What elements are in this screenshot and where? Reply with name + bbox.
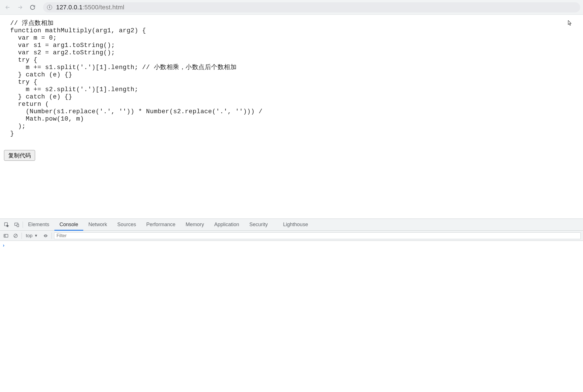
reload-button[interactable] [28, 3, 37, 12]
tab-elements[interactable]: Elements [23, 219, 54, 231]
inspect-element-icon[interactable] [2, 220, 11, 229]
site-info-icon[interactable]: i [47, 5, 52, 10]
page-content: // 浮点数相加 function mathMultiply(arg1, arg… [0, 15, 583, 219]
live-expression-icon[interactable] [42, 232, 49, 239]
context-label: top [26, 233, 33, 239]
device-toggle-icon[interactable] [12, 220, 21, 229]
tab-console[interactable]: Console [54, 219, 83, 231]
url-host: 127.0.0.1 [56, 4, 83, 11]
tab-performance[interactable]: Performance [141, 219, 180, 231]
copy-code-button[interactable]: 复制代码 [4, 150, 35, 161]
tab-network[interactable]: Network [83, 219, 112, 231]
address-bar[interactable]: i 127.0.0.1:5500/test.html [43, 2, 580, 12]
divider [22, 233, 22, 239]
tab-security[interactable]: Security [244, 219, 273, 231]
chevron-down-icon: ▼ [34, 234, 38, 238]
devtools-panel: Elements Console Network Sources Perform… [0, 219, 583, 392]
tab-sources[interactable]: Sources [112, 219, 141, 231]
divider [52, 233, 52, 239]
mouse-cursor-icon [568, 20, 572, 26]
svg-rect-2 [17, 224, 19, 227]
back-button[interactable] [3, 3, 12, 12]
console-body[interactable]: › [0, 241, 583, 392]
code-block: // 浮点数相加 function mathMultiply(arg1, arg… [3, 20, 580, 138]
url-path: /test.html [99, 4, 124, 11]
forward-button[interactable] [15, 3, 25, 12]
clear-console-icon[interactable] [12, 232, 19, 239]
console-prompt-icon: › [3, 243, 5, 248]
url-text: 127.0.0.1:5500/test.html [56, 4, 124, 11]
tab-lighthouse[interactable]: Lighthouse [278, 219, 313, 231]
url-port: :5500 [83, 4, 99, 11]
devtools-tabs: Elements Console Network Sources Perform… [0, 219, 583, 231]
console-toolbar: top ▼ [0, 231, 583, 241]
browser-toolbar: i 127.0.0.1:5500/test.html [0, 0, 583, 15]
execution-context-select[interactable]: top ▼ [24, 233, 40, 239]
tab-memory[interactable]: Memory [180, 219, 209, 231]
tab-application[interactable]: Application [209, 219, 244, 231]
console-sidebar-toggle-icon[interactable] [2, 232, 10, 239]
filter-input[interactable] [54, 232, 581, 239]
